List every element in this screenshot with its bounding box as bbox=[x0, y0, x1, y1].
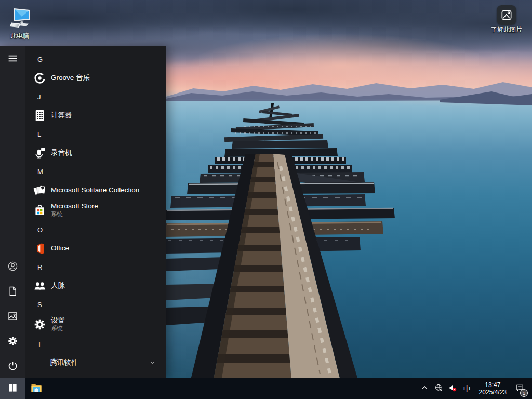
section-letter[interactable]: R bbox=[25, 258, 166, 276]
clock[interactable]: 13:47 2025/4/23 bbox=[475, 381, 511, 396]
app-item[interactable]: 录音机 bbox=[25, 143, 166, 162]
app-label: 计算器 bbox=[51, 111, 72, 119]
start-menu: GGroove 音乐J计算器L录音机MMicrosoft Solitaire C… bbox=[0, 46, 166, 378]
store-icon bbox=[33, 204, 46, 217]
section-letter-label: T bbox=[37, 340, 42, 348]
app-label: 录音机 bbox=[51, 149, 72, 157]
app-item[interactable]: 设置系统 bbox=[25, 314, 166, 335]
desktop-icon-learn-picture[interactable]: 了解此图片 bbox=[485, 5, 528, 33]
app-label: 人脉 bbox=[51, 282, 65, 290]
picture-icon bbox=[497, 5, 516, 25]
clock-time: 13:47 bbox=[479, 381, 507, 389]
user-avatar-icon bbox=[7, 261, 18, 272]
section-letter-label: O bbox=[37, 226, 43, 234]
section-letter-label: G bbox=[37, 56, 43, 63]
hamburger-icon bbox=[7, 53, 18, 64]
section-letter[interactable]: M bbox=[25, 162, 166, 181]
section-letter[interactable]: G bbox=[25, 50, 166, 69]
windows-logo-icon bbox=[8, 383, 18, 395]
voice-recorder-icon bbox=[33, 147, 46, 159]
people-icon bbox=[33, 280, 46, 292]
gear-icon bbox=[33, 318, 46, 331]
computer-icon bbox=[7, 6, 32, 31]
pictures-icon bbox=[7, 311, 18, 322]
user-account-button[interactable] bbox=[0, 254, 25, 278]
section-letter-label: L bbox=[37, 130, 41, 138]
app-item[interactable]: 计算器 bbox=[25, 106, 166, 125]
app-item[interactable]: Microsoft Solitaire Collection bbox=[25, 181, 166, 200]
app-sublabel: 系统 bbox=[51, 325, 65, 332]
tray-expand-button[interactable] bbox=[418, 378, 432, 399]
section-letter[interactable]: J bbox=[25, 87, 166, 106]
app-group-label: 腾讯软件 bbox=[50, 358, 78, 367]
solitaire-icon bbox=[33, 184, 46, 197]
documents-button[interactable] bbox=[0, 278, 25, 303]
start-menu-rail bbox=[0, 46, 25, 378]
app-label: Microsoft Solitaire Collection bbox=[51, 186, 139, 194]
app-label: 设置 bbox=[51, 316, 65, 325]
network-button[interactable] bbox=[432, 378, 446, 399]
notification-badge: 1 bbox=[520, 389, 528, 397]
wallpaper-pier bbox=[166, 103, 395, 399]
app-label: Groove 音乐 bbox=[51, 74, 90, 82]
section-letter-label: R bbox=[37, 263, 42, 271]
section-letter-label: J bbox=[37, 93, 41, 101]
office-icon bbox=[33, 242, 46, 255]
desktop-icon-this-pc[interactable]: 此电脑 bbox=[0, 6, 42, 39]
calculator-icon bbox=[33, 109, 46, 122]
desktop-icon-label: 了解此图片 bbox=[491, 26, 522, 33]
section-letter[interactable]: T bbox=[25, 335, 166, 353]
app-label: Microsoft Store bbox=[51, 202, 98, 210]
ime-indicator[interactable]: 中 bbox=[460, 384, 475, 394]
chevron-down-icon bbox=[149, 360, 156, 366]
network-globe-offline-icon bbox=[434, 383, 443, 394]
chevron-up-icon bbox=[420, 383, 429, 394]
app-group-item[interactable]: 腾讯软件 bbox=[25, 353, 166, 372]
system-tray: 中 13:47 2025/4/23 1 bbox=[418, 378, 532, 399]
app-item[interactable]: Microsoft Store系统 bbox=[25, 200, 166, 220]
app-item[interactable]: Office bbox=[25, 239, 166, 258]
section-letter[interactable]: S bbox=[25, 295, 166, 314]
app-item[interactable]: Groove 音乐 bbox=[25, 69, 166, 87]
settings-button[interactable] bbox=[0, 328, 25, 353]
taskbar: 中 13:47 2025/4/23 1 bbox=[0, 378, 532, 399]
section-letter[interactable]: O bbox=[25, 220, 166, 239]
section-letter[interactable]: W bbox=[25, 372, 166, 378]
start-menu-app-list: GGroove 音乐J计算器L录音机MMicrosoft Solitaire C… bbox=[25, 46, 166, 378]
app-item[interactable]: 人脉 bbox=[25, 276, 166, 295]
file-explorer-icon bbox=[30, 381, 43, 396]
pictures-button[interactable] bbox=[0, 303, 25, 328]
start-button[interactable] bbox=[0, 378, 25, 399]
app-sublabel: 系统 bbox=[51, 210, 98, 218]
document-icon bbox=[7, 286, 18, 297]
desktop-icon-label: 此电脑 bbox=[10, 32, 29, 39]
clock-date: 2025/4/23 bbox=[479, 389, 507, 396]
taskbar-empty-area bbox=[48, 378, 418, 399]
volume-button[interactable] bbox=[446, 378, 460, 399]
power-button[interactable] bbox=[0, 353, 25, 378]
section-letter-label: M bbox=[37, 168, 43, 176]
gear-icon bbox=[7, 336, 18, 347]
menu-expand-button[interactable] bbox=[0, 46, 25, 71]
section-letter-label: S bbox=[37, 301, 42, 309]
section-letter[interactable]: L bbox=[25, 125, 166, 143]
file-explorer-button[interactable] bbox=[25, 378, 48, 399]
groove-music-icon bbox=[33, 72, 46, 85]
action-center-button[interactable]: 1 bbox=[511, 378, 529, 399]
app-label: Office bbox=[51, 244, 69, 252]
desktop: 此电脑 了解此图片 GGroove 音乐J计算器L录音机MMicrosoft S… bbox=[0, 0, 532, 399]
power-icon bbox=[7, 361, 18, 371]
volume-muted-icon bbox=[448, 383, 457, 394]
